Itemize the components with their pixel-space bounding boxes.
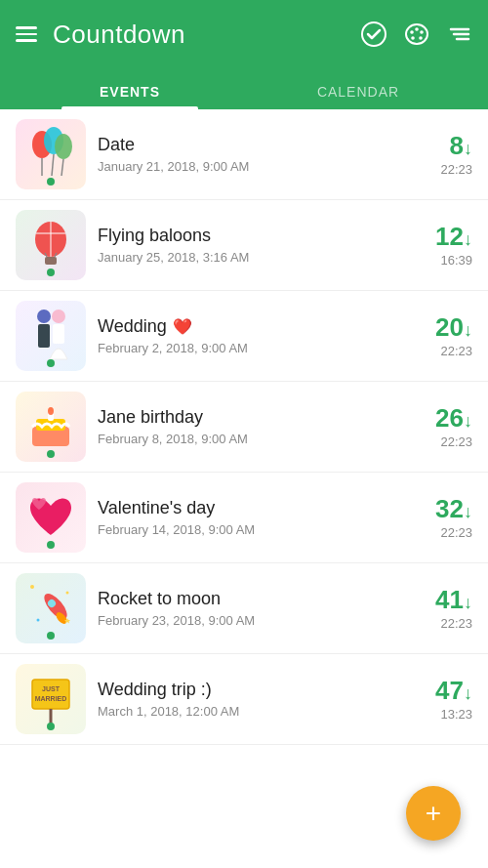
heart-emoji: ❤️ xyxy=(173,317,192,336)
list-item[interactable]: Flying baloons January 25, 2018, 3:16 AM… xyxy=(0,200,488,291)
list-item[interactable]: Wedding ❤️ February 2, 2018, 9:00 AM 20↓… xyxy=(0,291,488,382)
event-countdown: 12↓ 16:39 xyxy=(414,223,472,268)
event-thumbnail xyxy=(16,392,86,462)
list-item[interactable]: JUST MARRIED Wedding trip :) March 1, 20… xyxy=(0,654,488,745)
event-date: March 1, 2018, 12:00 AM xyxy=(98,704,402,719)
svg-point-34 xyxy=(40,590,70,623)
event-thumbnail: JUST MARRIED xyxy=(16,664,86,734)
svg-point-5 xyxy=(419,36,423,40)
event-countdown: 26↓ 22:23 xyxy=(414,404,472,449)
event-info: Jane birthday February 8, 2018, 9:00 AM xyxy=(86,407,414,446)
countdown-time: 13:23 xyxy=(414,707,472,722)
countdown-time: 22:23 xyxy=(414,434,472,449)
event-date: February 2, 2018, 9:00 AM xyxy=(98,341,402,355)
event-thumbnail xyxy=(16,573,86,643)
list-item[interactable]: Valentine's day February 14, 2018, 9:00 … xyxy=(0,473,488,563)
countdown-days: 8↓ xyxy=(414,132,472,160)
svg-point-25 xyxy=(52,310,65,323)
event-name: Flying baloons xyxy=(98,226,402,246)
svg-text:JUST: JUST xyxy=(42,685,61,692)
list-item[interactable]: Rocket to moon February 23, 2018, 9:00 A… xyxy=(0,563,488,654)
app-header: Countdown xyxy=(0,0,488,109)
svg-point-31 xyxy=(30,585,34,589)
event-countdown: 20↓ 22:23 xyxy=(414,313,472,358)
event-name: Date xyxy=(98,135,402,155)
event-thumbnail xyxy=(16,482,86,553)
svg-rect-20 xyxy=(45,257,57,265)
svg-point-2 xyxy=(410,30,414,34)
svg-point-32 xyxy=(66,592,69,595)
list-item[interactable]: Date January 21, 2018, 9:00 AM 8↓ 22:23 xyxy=(0,109,488,200)
event-countdown: 8↓ 22:23 xyxy=(414,132,472,177)
countdown-time: 22:23 xyxy=(414,616,472,631)
event-thumbnail xyxy=(16,301,86,371)
svg-point-0 xyxy=(362,22,386,46)
palette-icon[interactable] xyxy=(404,21,429,47)
event-info: Valentine's day February 14, 2018, 9:00 … xyxy=(86,498,414,537)
add-event-button[interactable]: + xyxy=(406,786,461,841)
event-date: January 25, 2018, 3:16 AM xyxy=(98,250,402,265)
event-name: Wedding trip :) xyxy=(98,680,402,700)
menu-icon[interactable] xyxy=(16,26,37,42)
event-name: Jane birthday xyxy=(98,407,402,428)
app-title: Countdown xyxy=(53,20,346,50)
event-name: Rocket to moon xyxy=(98,589,402,609)
header-top: Countdown xyxy=(16,0,472,68)
countdown-days: 32↓ xyxy=(414,495,472,523)
countdown-time: 16:39 xyxy=(414,253,472,268)
sort-icon[interactable] xyxy=(447,21,472,47)
event-info: Rocket to moon February 23, 2018, 9:00 A… xyxy=(86,589,414,628)
svg-rect-26 xyxy=(53,324,64,344)
svg-point-6 xyxy=(411,36,415,40)
svg-rect-24 xyxy=(38,324,50,348)
countdown-time: 22:23 xyxy=(414,344,472,358)
countdown-days: 47↓ xyxy=(414,677,472,705)
event-info: Wedding trip :) March 1, 2018, 12:00 AM xyxy=(86,680,414,719)
countdown-days: 41↓ xyxy=(414,586,472,614)
event-countdown: 41↓ 22:23 xyxy=(414,586,472,631)
countdown-time: 22:23 xyxy=(414,162,472,177)
header-icons xyxy=(361,21,472,47)
svg-point-23 xyxy=(37,310,51,323)
event-info: Date January 21, 2018, 9:00 AM xyxy=(86,135,414,174)
tab-bar: EVENTS CALENDAR xyxy=(16,68,472,109)
countdown-days: 26↓ xyxy=(414,404,472,433)
event-info: Wedding ❤️ February 2, 2018, 9:00 AM xyxy=(86,316,414,355)
event-name: Wedding ❤️ xyxy=(98,316,402,337)
event-thumbnail xyxy=(16,210,86,280)
svg-line-14 xyxy=(52,154,54,176)
event-countdown: 47↓ 13:23 xyxy=(414,677,472,722)
event-thumbnail xyxy=(16,119,86,189)
tab-events[interactable]: EVENTS xyxy=(16,84,244,109)
event-countdown: 32↓ 22:23 xyxy=(414,495,472,540)
event-date: February 8, 2018, 9:00 AM xyxy=(98,432,402,446)
events-list: Date January 21, 2018, 9:00 AM 8↓ 22:23 xyxy=(0,109,488,868)
countdown-days: 20↓ xyxy=(414,313,472,342)
tab-calendar[interactable]: CALENDAR xyxy=(244,84,472,109)
svg-line-15 xyxy=(61,159,63,176)
svg-point-33 xyxy=(37,619,40,622)
svg-text:MARRIED: MARRIED xyxy=(35,695,67,702)
svg-point-3 xyxy=(415,27,419,31)
svg-point-4 xyxy=(420,30,424,34)
countdown-days: 12↓ xyxy=(414,223,472,251)
check-icon[interactable] xyxy=(361,21,386,47)
svg-point-1 xyxy=(406,24,427,44)
event-info: Flying baloons January 25, 2018, 3:16 AM xyxy=(86,226,414,265)
list-item[interactable]: Jane birthday February 8, 2018, 9:00 AM … xyxy=(0,382,488,473)
svg-point-30 xyxy=(48,407,54,415)
svg-rect-38 xyxy=(32,680,69,709)
countdown-time: 22:23 xyxy=(414,525,472,540)
event-date: February 23, 2018, 9:00 AM xyxy=(98,613,402,628)
event-date: February 14, 2018, 9:00 AM xyxy=(98,522,402,537)
event-name: Valentine's day xyxy=(98,498,402,518)
svg-point-12 xyxy=(55,134,72,159)
event-date: January 21, 2018, 9:00 AM xyxy=(98,159,402,174)
